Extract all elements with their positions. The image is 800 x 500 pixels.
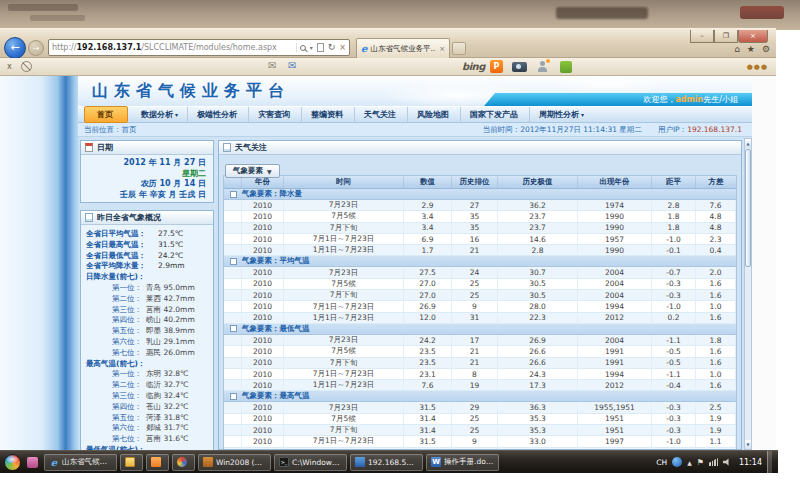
taskbar-window-button[interactable]: W 操作手册.docx ... xyxy=(426,454,499,471)
scroll-down-arrow[interactable]: ▼ xyxy=(745,440,751,449)
nav-item[interactable]: 数据分析▾ xyxy=(132,107,188,122)
tray-app-icon[interactable] xyxy=(672,457,682,467)
speaker-icon[interactable] xyxy=(723,458,731,466)
taskbar-clock[interactable]: 11:14 xyxy=(739,458,762,467)
notification-dot xyxy=(546,59,550,63)
group-header-row[interactable]: 气象要素：平均气温 xyxy=(224,256,736,267)
table-row[interactable]: 20107月1日～7月23日26.9928.01994-1.01.0 xyxy=(224,301,736,312)
blocked-icon[interactable] xyxy=(21,61,32,72)
table-row[interactable]: 20107月下旬31.42535.31951-0.31.9 xyxy=(224,425,736,436)
addon-puzzle-icon[interactable] xyxy=(560,61,572,73)
search-provider-icon[interactable]: P xyxy=(490,60,503,73)
taskbar-window-button[interactable] xyxy=(172,454,195,471)
weather-focus-panel: 天气关注 气象要素▼ 年份 时间 数值 历史排位 历史极值 出现年份 xyxy=(218,140,742,450)
chevron-down-icon[interactable]: ▾ xyxy=(310,44,313,51)
nav-item[interactable]: 极端性分析 xyxy=(188,107,249,122)
table-row[interactable]: 20101月1日～7月23日1.7212.81990-0.10.4 xyxy=(224,245,736,256)
calendar-weekday: 星期二 xyxy=(83,169,206,180)
rank-line: 第六位：郯城 31.7℃ xyxy=(86,423,210,434)
scroll-up-arrow[interactable]: ▲ xyxy=(745,139,751,148)
scrollbar-thumb[interactable] xyxy=(745,149,751,267)
table-row[interactable]: 20107月下旬23.52126.61991-0.51.6 xyxy=(224,358,736,369)
table-row[interactable]: 20107月1日～7月23日31.5933.01997-1.01.1 xyxy=(224,436,736,447)
yesterday-report-panel: 昨日全省气象概况 全省日平均气温：27.5℃ 全省日最高气温：31.5℃ xyxy=(80,210,214,450)
table-row[interactable]: 20107月5候31.42535.31951-0.31.9 xyxy=(224,414,736,425)
report-summary-line: 全省日平均气温：27.5℃ xyxy=(86,229,210,240)
table-row[interactable]: 20107月23日2.92736.219742.87.6 xyxy=(224,200,736,211)
url-text: http://192.168.137.1/SLCCLIMATE/modules/… xyxy=(52,43,296,52)
taskbar-window-button[interactable] xyxy=(120,454,143,471)
page-title: 山东省气候业务平台 xyxy=(92,81,290,102)
nav-item[interactable]: 风险地图 xyxy=(408,107,461,122)
nav-item[interactable]: 灾害查询 xyxy=(249,107,302,122)
refresh-icon[interactable]: ↻ xyxy=(328,43,336,52)
nav-item[interactable]: 国家下发产品 xyxy=(461,107,530,122)
camera-icon[interactable] xyxy=(512,62,527,72)
pinned-app-icon[interactable] xyxy=(27,457,38,468)
vertical-scrollbar[interactable]: ▲ ▼ xyxy=(744,138,752,450)
table-row[interactable]: 20107月下旬27.02530.52004-0.31.6 xyxy=(224,290,736,301)
report-summary-line: 全省日最高气温：31.5℃ xyxy=(86,240,210,251)
close-button[interactable]: × xyxy=(738,30,768,43)
search-icon[interactable] xyxy=(300,45,306,51)
rank-line: 第三位：莒南 42.0mm xyxy=(86,305,210,316)
table-row[interactable]: 20107月23日27.52430.72004-0.72.0 xyxy=(224,267,736,278)
table-row[interactable]: 20107月5候27.02530.52004-0.31.6 xyxy=(224,279,736,290)
group-header-row[interactable]: 气象要素：最低气温 xyxy=(224,324,736,335)
table-row[interactable]: 20107月23日31.52936.31955,1951-0.32.5 xyxy=(224,402,736,413)
table-row[interactable]: 20107月5候23.52126.61991-0.51.6 xyxy=(224,346,736,357)
minimize-button[interactable]: – xyxy=(690,30,714,43)
group-checkbox[interactable] xyxy=(230,393,237,400)
table-row[interactable]: 20107月23日24.21726.92004-1.11.8 xyxy=(224,335,736,346)
group-checkbox[interactable] xyxy=(230,325,237,332)
stop-icon[interactable]: × xyxy=(339,43,346,52)
nav-item[interactable]: 天气关注 xyxy=(355,107,408,122)
rank-line: 第五位：即墨 38.9mm xyxy=(86,326,210,337)
mail-icon[interactable]: ✉ xyxy=(268,60,276,71)
back-button[interactable]: ← xyxy=(4,37,26,59)
more-options-dots[interactable]: ●●● xyxy=(747,63,768,71)
network-icon[interactable] xyxy=(709,458,718,466)
browser-navigation-bar: – ❐ × ← → http://192.168.137.1/SLCCLIMAT… xyxy=(0,28,776,58)
compatibility-view-icon[interactable] xyxy=(317,43,324,52)
table-row[interactable]: 20107月1日～7月23日6.91614.61957-1.02.3 xyxy=(224,234,736,245)
language-indicator[interactable]: CH xyxy=(656,458,667,467)
browser-menu-icons: ⌂ ★ ⚙ xyxy=(734,44,770,54)
maximize-button[interactable]: ❐ xyxy=(714,30,738,43)
table-row[interactable]: 20107月下旬3.43523.719901.84.8 xyxy=(224,223,736,234)
browser-tab[interactable]: e 山东省气候业务平... × xyxy=(356,38,450,58)
nav-item[interactable]: 周期性分析▾ xyxy=(530,107,593,122)
tray-expand-arrow[interactable]: ▲ xyxy=(687,459,692,466)
weather-panel-header: 天气关注 xyxy=(219,141,741,155)
taskbar-window-button[interactable] xyxy=(146,454,169,471)
table-row[interactable]: 20107月1日～7月23日23.1824.31994-1.11.0 xyxy=(224,369,736,380)
desktop-background xyxy=(0,0,800,30)
taskbar-window-button[interactable]: Win2008 (VS2... xyxy=(198,454,271,471)
table-row[interactable]: 20101月1日～7月23日7.61917.32012-0.41.6 xyxy=(224,380,736,391)
close-sidebar-icon[interactable]: x xyxy=(7,62,12,71)
group-header-row[interactable]: 气象要素：降水量 xyxy=(224,189,736,200)
nav-item[interactable]: 首页 xyxy=(84,106,128,123)
group-checkbox[interactable] xyxy=(230,191,237,198)
table-row[interactable]: 20107月5候3.43523.719901.84.8 xyxy=(224,211,736,222)
favorites-star-icon[interactable]: ★ xyxy=(747,44,755,54)
new-tab-button[interactable] xyxy=(452,42,466,55)
action-center-flag-icon[interactable]: ⚑ xyxy=(697,458,704,467)
settings-gear-icon[interactable]: ⚙ xyxy=(762,44,770,54)
group-header-row[interactable]: 气象要素：最高气温 xyxy=(224,391,736,402)
forward-button[interactable]: → xyxy=(28,40,44,56)
table-row[interactable]: 20101月1日～7月23日12.03122.320120.21.6 xyxy=(224,313,736,324)
show-desktop-button[interactable] xyxy=(767,451,772,474)
taskbar-window-button[interactable]: >_ C:\Windows\sy... xyxy=(274,454,347,471)
group-checkbox[interactable] xyxy=(230,258,237,265)
mail-open-icon[interactable]: ✉ xyxy=(288,60,296,71)
taskbar-window-button[interactable]: e 山东省气候业... xyxy=(44,454,117,471)
start-button[interactable] xyxy=(4,454,21,471)
window-controls: – ❐ × xyxy=(690,30,768,43)
nav-item[interactable]: 整编资料 xyxy=(302,107,355,122)
tab-close-icon[interactable]: × xyxy=(439,45,445,53)
taskbar-window-button[interactable]: 192.168.59.99... xyxy=(350,454,423,471)
home-icon[interactable]: ⌂ xyxy=(734,44,740,54)
taskbar-app-icon xyxy=(151,457,161,467)
address-bar[interactable]: http://192.168.137.1/SLCCLIMATE/modules/… xyxy=(48,39,350,56)
